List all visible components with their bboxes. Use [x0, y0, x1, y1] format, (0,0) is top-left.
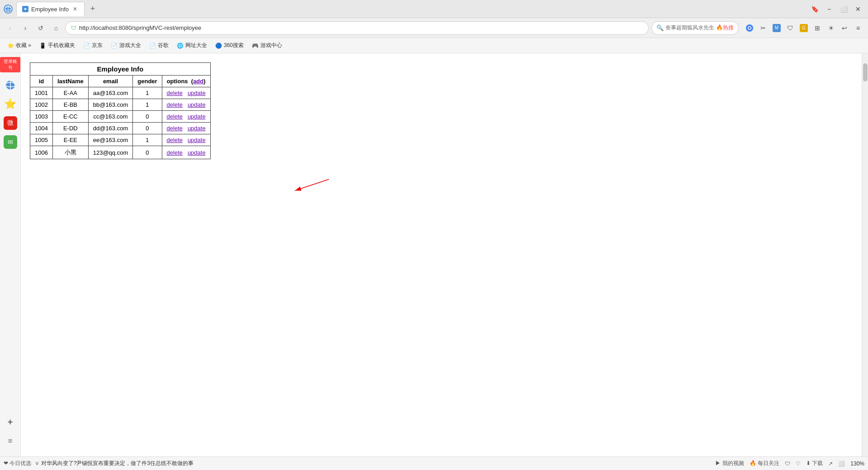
bottom-bar-left: ❤ 今日优选 ∨ 对华风向变了?尹锡悦宣布重要决定，做了件3任总统不敢做的事: [4, 460, 710, 467]
col-header-options: options (add): [162, 76, 210, 87]
content-area: Employee Info id lastName email gender o…: [21, 53, 862, 456]
cell-options: delete update: [162, 146, 210, 159]
cell-id: 1001: [30, 87, 53, 99]
bottom-expand-icon: ⬜: [838, 461, 845, 467]
cell-email: dd@163.com: [88, 123, 133, 134]
cell-email: 123@qq.com: [88, 146, 133, 159]
cell-email: cc@163.com: [88, 111, 133, 123]
back-button[interactable]: ‹: [4, 22, 16, 34]
tab-bar: Employee Info ✕ +: [16, 2, 808, 16]
new-tab-button[interactable]: +: [86, 3, 99, 15]
cell-lastname: E-AA: [52, 87, 88, 99]
update-link[interactable]: update: [188, 137, 206, 143]
chrome-icon[interactable]: [743, 22, 756, 34]
bottom-news-text: ∨ 对华风向变了?尹锡悦宣布重要决定，做了件3任总统不敢做的事: [35, 460, 193, 467]
bottom-share-icon: ↗: [828, 461, 833, 467]
table-row: 1001 E-AA aa@163.com 1 delete update: [30, 87, 211, 99]
sidebar-star-icon[interactable]: ⭐: [2, 96, 19, 112]
svg-point-5: [749, 27, 751, 29]
update-link[interactable]: update: [188, 149, 206, 156]
bottom-daily-icon: 🔥 每日关注: [750, 460, 779, 467]
table-row: 1003 E-CC cc@163.com 0 delete update: [30, 111, 211, 123]
delete-link[interactable]: delete: [167, 113, 183, 120]
scissors-icon[interactable]: ✂: [757, 22, 769, 34]
delete-link[interactable]: delete: [167, 101, 183, 108]
cell-gender: 0: [133, 123, 162, 134]
login-button[interactable]: 登录账号: [0, 57, 20, 72]
doc-icon-google: 📄: [149, 43, 156, 49]
zoom-level[interactable]: 130%: [850, 461, 864, 467]
sidebar-add-icon[interactable]: +: [2, 414, 19, 430]
col-header-email: email: [88, 76, 133, 87]
bookmark-games[interactable]: 📄 游戏大全: [107, 40, 145, 51]
menu-icon[interactable]: ≡: [852, 22, 864, 34]
close-button[interactable]: ✕: [852, 3, 864, 15]
search-box[interactable]: 🔍 丧事超期狐风水先生 🔥热搜: [651, 21, 739, 35]
cell-gender: 1: [133, 87, 162, 99]
brightness-icon[interactable]: ☀: [825, 22, 837, 34]
delete-link[interactable]: delete: [167, 137, 183, 143]
sidebar-weibo-icon[interactable]: 微: [2, 115, 19, 131]
sidebar-email-icon[interactable]: ✉: [2, 134, 19, 150]
main-area: 登录账号 ⭐ 微 ✉ + ≡: [0, 53, 868, 456]
address-bar[interactable]: 🛡 http://localhost:8080/springMVC-rest/e…: [65, 21, 649, 35]
bottom-bar: ❤ 今日优选 ∨ 对华风向变了?尹锡悦宣布重要决定，做了件3任总统不敢做的事 ▶…: [0, 456, 868, 470]
right-scrollbar[interactable]: [862, 53, 868, 456]
cell-lastname: E-BB: [52, 99, 88, 111]
cell-gender: 1: [133, 134, 162, 146]
extension2-icon[interactable]: G: [797, 22, 810, 34]
cell-id: 1002: [30, 99, 53, 111]
update-link[interactable]: update: [188, 101, 206, 108]
window-controls: 🔖 − ⬜ ✕: [808, 3, 864, 15]
cell-id: 1003: [30, 111, 53, 123]
update-link[interactable]: update: [188, 113, 206, 120]
bookmarks-bar: ⭐ 收藏 » 📱 手机收藏夹 📄 京东 📄 游戏大全 📄 谷歌 🌐 网址大全 🔵…: [0, 38, 868, 53]
col-header-id: id: [30, 76, 53, 87]
sidebar-browser-icon[interactable]: [2, 77, 19, 93]
bookmark-window-button[interactable]: 🔖: [808, 3, 821, 15]
mobile-icon: 📱: [39, 43, 46, 49]
add-link[interactable]: add: [193, 78, 203, 85]
star-icon: ⭐: [7, 43, 14, 49]
arrow-annotation: [288, 176, 333, 198]
undo-icon[interactable]: ↩: [838, 22, 851, 34]
search-icon: 🔍: [656, 24, 664, 31]
bookmark-jd[interactable]: 📄 京东: [80, 40, 106, 51]
table-title: Employee Info: [30, 63, 211, 76]
col-header-gender: gender: [133, 76, 162, 87]
forward-button[interactable]: ›: [19, 22, 32, 34]
cell-gender: 0: [133, 111, 162, 123]
delete-link[interactable]: delete: [167, 125, 183, 132]
security-icon: 🛡: [71, 25, 76, 31]
bookmark-url[interactable]: 🌐 网址大全: [173, 40, 211, 51]
delete-link[interactable]: delete: [167, 149, 183, 156]
bookmark-google[interactable]: 📄 谷歌: [146, 40, 172, 51]
col-header-lastname: lastName: [52, 76, 88, 87]
sidebar-menu-icon[interactable]: ≡: [2, 433, 19, 449]
delete-link[interactable]: delete: [167, 90, 183, 96]
grid-icon[interactable]: ⊞: [811, 22, 824, 34]
scrollbar-thumb[interactable]: [863, 63, 868, 81]
minimize-button[interactable]: −: [823, 3, 835, 15]
tab-close-button[interactable]: ✕: [71, 5, 79, 13]
cell-lastname: 小黑: [52, 146, 88, 159]
cell-gender: 1: [133, 99, 162, 111]
bookmark-mobile[interactable]: 📱 手机收藏夹: [36, 40, 79, 51]
bookmark-360[interactable]: 🔵 360搜索: [212, 40, 247, 51]
home-button[interactable]: ⌂: [50, 22, 62, 34]
shield-icon[interactable]: 🛡: [784, 22, 797, 34]
bookmark-gamecenter[interactable]: 🎮 游戏中心: [248, 40, 286, 51]
cell-id: 1006: [30, 146, 53, 159]
cell-lastname: E-CC: [52, 111, 88, 123]
circle-icon-360: 🔵: [215, 43, 222, 49]
update-link[interactable]: update: [188, 90, 206, 96]
cell-options: delete update: [162, 111, 210, 123]
reload-button[interactable]: ↺: [34, 22, 47, 34]
bookmark-favorites[interactable]: ⭐ 收藏 »: [4, 40, 35, 51]
active-tab[interactable]: Employee Info ✕: [16, 2, 85, 16]
extension1-icon[interactable]: M: [770, 22, 783, 34]
update-link[interactable]: update: [188, 125, 206, 132]
bottom-shield-icon: 🛡: [785, 461, 790, 467]
globe-icon: 🌐: [177, 43, 184, 49]
maximize-button[interactable]: ⬜: [837, 3, 850, 15]
